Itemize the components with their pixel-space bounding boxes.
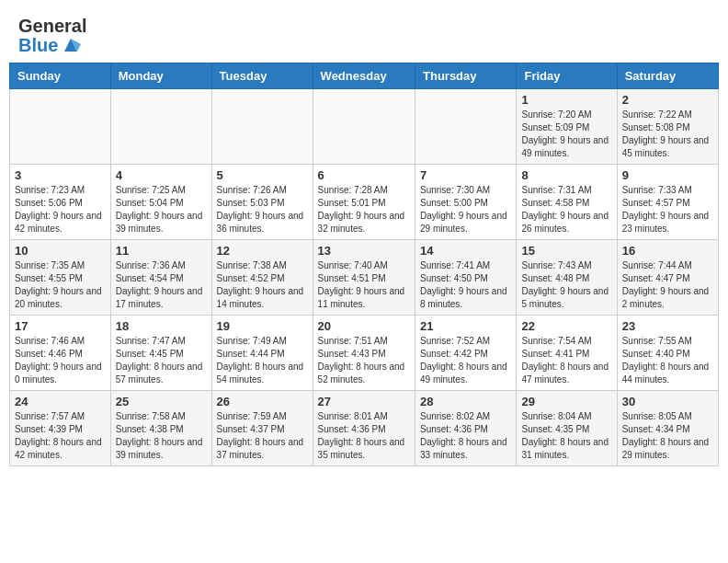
calendar-cell: 8Sunrise: 7:31 AM Sunset: 4:58 PM Daylig…: [517, 165, 617, 240]
calendar-cell: [110, 89, 211, 165]
page-header: General Blue: [0, 0, 728, 63]
calendar-cell: 17Sunrise: 7:46 AM Sunset: 4:46 PM Dayli…: [10, 316, 111, 391]
calendar-cell: 5Sunrise: 7:26 AM Sunset: 5:03 PM Daylig…: [211, 165, 313, 240]
day-info: Sunrise: 8:05 AM Sunset: 4:34 PM Dayligh…: [622, 410, 713, 462]
day-info: Sunrise: 7:46 AM Sunset: 4:46 PM Dayligh…: [15, 335, 106, 386]
day-info: Sunrise: 7:20 AM Sunset: 5:09 PM Dayligh…: [521, 109, 611, 160]
calendar-table: SundayMondayTuesdayWednesdayThursdayFrid…: [9, 63, 719, 466]
calendar-cell: 3Sunrise: 7:23 AM Sunset: 5:06 PM Daylig…: [10, 165, 111, 240]
day-info: Sunrise: 7:28 AM Sunset: 5:01 PM Dayligh…: [318, 184, 410, 236]
calendar-cell: 4Sunrise: 7:25 AM Sunset: 5:04 PM Daylig…: [110, 165, 211, 240]
calendar-cell: 6Sunrise: 7:28 AM Sunset: 5:01 PM Daylig…: [313, 165, 415, 240]
calendar-cell: 20Sunrise: 7:51 AM Sunset: 4:43 PM Dayli…: [313, 316, 415, 391]
day-number: 27: [318, 395, 410, 408]
day-number: 25: [116, 395, 207, 408]
calendar-cell: 18Sunrise: 7:47 AM Sunset: 4:45 PM Dayli…: [110, 316, 211, 391]
calendar-cell: 16Sunrise: 7:44 AM Sunset: 4:47 PM Dayli…: [617, 240, 718, 316]
logo-blue: Blue: [18, 35, 86, 55]
day-number: 23: [622, 319, 713, 333]
calendar-header: SundayMondayTuesdayWednesdayThursdayFrid…: [10, 63, 719, 89]
calendar-cell: 12Sunrise: 7:38 AM Sunset: 4:52 PM Dayli…: [211, 240, 313, 316]
logo-text: General Blue: [18, 17, 86, 55]
day-info: Sunrise: 7:35 AM Sunset: 4:55 PM Dayligh…: [15, 259, 106, 311]
calendar-cell: 14Sunrise: 7:41 AM Sunset: 4:50 PM Dayli…: [415, 240, 517, 316]
calendar-week-row: 1Sunrise: 7:20 AM Sunset: 5:09 PM Daylig…: [10, 89, 719, 165]
calendar-cell: 22Sunrise: 7:54 AM Sunset: 4:41 PM Dayli…: [517, 316, 617, 391]
day-number: 28: [420, 395, 511, 408]
weekday-header: Saturday: [617, 63, 718, 89]
day-info: Sunrise: 7:58 AM Sunset: 4:38 PM Dayligh…: [116, 410, 207, 462]
calendar-cell: [10, 89, 111, 165]
day-number: 19: [217, 319, 308, 333]
day-info: Sunrise: 8:01 AM Sunset: 4:36 PM Dayligh…: [318, 410, 410, 462]
day-number: 1: [521, 93, 611, 107]
day-number: 15: [521, 244, 611, 258]
day-number: 9: [622, 168, 713, 182]
weekday-header: Friday: [517, 63, 617, 89]
weekday-header: Tuesday: [211, 63, 313, 89]
day-number: 11: [116, 244, 207, 258]
day-info: Sunrise: 7:41 AM Sunset: 4:50 PM Dayligh…: [420, 259, 511, 311]
day-number: 8: [521, 168, 611, 182]
day-info: Sunrise: 7:57 AM Sunset: 4:39 PM Dayligh…: [15, 410, 106, 462]
day-info: Sunrise: 7:55 AM Sunset: 4:40 PM Dayligh…: [622, 335, 713, 386]
day-info: Sunrise: 7:44 AM Sunset: 4:47 PM Dayligh…: [622, 259, 713, 311]
day-info: Sunrise: 7:23 AM Sunset: 5:06 PM Dayligh…: [15, 184, 106, 236]
day-info: Sunrise: 7:54 AM Sunset: 4:41 PM Dayligh…: [521, 335, 611, 386]
day-info: Sunrise: 7:33 AM Sunset: 4:57 PM Dayligh…: [622, 184, 713, 236]
calendar-cell: [415, 89, 517, 165]
day-info: Sunrise: 7:31 AM Sunset: 4:58 PM Dayligh…: [521, 184, 611, 236]
day-info: Sunrise: 7:22 AM Sunset: 5:08 PM Dayligh…: [622, 109, 713, 160]
day-number: 5: [217, 168, 308, 182]
day-number: 29: [521, 395, 611, 408]
calendar-cell: 15Sunrise: 7:43 AM Sunset: 4:48 PM Dayli…: [517, 240, 617, 316]
calendar-cell: 23Sunrise: 7:55 AM Sunset: 4:40 PM Dayli…: [617, 316, 718, 391]
day-info: Sunrise: 7:26 AM Sunset: 5:03 PM Dayligh…: [217, 184, 308, 236]
day-number: 13: [318, 244, 410, 258]
calendar-cell: 1Sunrise: 7:20 AM Sunset: 5:09 PM Daylig…: [517, 89, 617, 165]
day-number: 24: [15, 395, 106, 408]
calendar-cell: 28Sunrise: 8:02 AM Sunset: 4:36 PM Dayli…: [415, 391, 517, 466]
day-info: Sunrise: 7:49 AM Sunset: 4:44 PM Dayligh…: [217, 335, 308, 386]
logo-icon: [61, 35, 81, 55]
calendar-cell: 11Sunrise: 7:36 AM Sunset: 4:54 PM Dayli…: [110, 240, 211, 316]
day-number: 12: [217, 244, 308, 258]
calendar-cell: 7Sunrise: 7:30 AM Sunset: 5:00 PM Daylig…: [415, 165, 517, 240]
calendar-week-row: 17Sunrise: 7:46 AM Sunset: 4:46 PM Dayli…: [10, 316, 719, 391]
day-number: 21: [420, 319, 511, 333]
day-info: Sunrise: 7:38 AM Sunset: 4:52 PM Dayligh…: [217, 259, 308, 311]
day-info: Sunrise: 7:30 AM Sunset: 5:00 PM Dayligh…: [420, 184, 511, 236]
day-info: Sunrise: 8:04 AM Sunset: 4:35 PM Dayligh…: [521, 410, 611, 462]
day-number: 26: [217, 395, 308, 408]
weekday-header: Wednesday: [313, 63, 415, 89]
weekday-header: Monday: [110, 63, 211, 89]
calendar-week-row: 24Sunrise: 7:57 AM Sunset: 4:39 PM Dayli…: [10, 391, 719, 466]
calendar-cell: 21Sunrise: 7:52 AM Sunset: 4:42 PM Dayli…: [415, 316, 517, 391]
day-number: 2: [622, 93, 713, 107]
day-number: 7: [420, 168, 511, 182]
day-number: 16: [622, 244, 713, 258]
calendar-cell: 30Sunrise: 8:05 AM Sunset: 4:34 PM Dayli…: [617, 391, 718, 466]
day-number: 6: [318, 168, 410, 182]
day-number: 14: [420, 244, 511, 258]
logo: General Blue: [18, 17, 86, 55]
day-info: Sunrise: 7:52 AM Sunset: 4:42 PM Dayligh…: [420, 335, 511, 386]
day-info: Sunrise: 7:51 AM Sunset: 4:43 PM Dayligh…: [318, 335, 410, 386]
calendar-cell: 2Sunrise: 7:22 AM Sunset: 5:08 PM Daylig…: [617, 89, 718, 165]
calendar-cell: 27Sunrise: 8:01 AM Sunset: 4:36 PM Dayli…: [313, 391, 415, 466]
calendar-cell: 19Sunrise: 7:49 AM Sunset: 4:44 PM Dayli…: [211, 316, 313, 391]
day-number: 10: [15, 244, 106, 258]
day-info: Sunrise: 7:43 AM Sunset: 4:48 PM Dayligh…: [521, 259, 611, 311]
day-number: 17: [15, 319, 106, 333]
day-number: 22: [521, 319, 611, 333]
day-number: 20: [318, 319, 410, 333]
weekday-row: SundayMondayTuesdayWednesdayThursdayFrid…: [10, 63, 719, 89]
day-number: 18: [116, 319, 207, 333]
day-info: Sunrise: 7:25 AM Sunset: 5:04 PM Dayligh…: [116, 184, 207, 236]
day-number: 3: [15, 168, 106, 182]
day-info: Sunrise: 7:47 AM Sunset: 4:45 PM Dayligh…: [116, 335, 207, 386]
calendar-cell: 9Sunrise: 7:33 AM Sunset: 4:57 PM Daylig…: [617, 165, 718, 240]
calendar-body: 1Sunrise: 7:20 AM Sunset: 5:09 PM Daylig…: [10, 89, 719, 466]
day-info: Sunrise: 7:59 AM Sunset: 4:37 PM Dayligh…: [217, 410, 308, 462]
calendar-cell: [211, 89, 313, 165]
